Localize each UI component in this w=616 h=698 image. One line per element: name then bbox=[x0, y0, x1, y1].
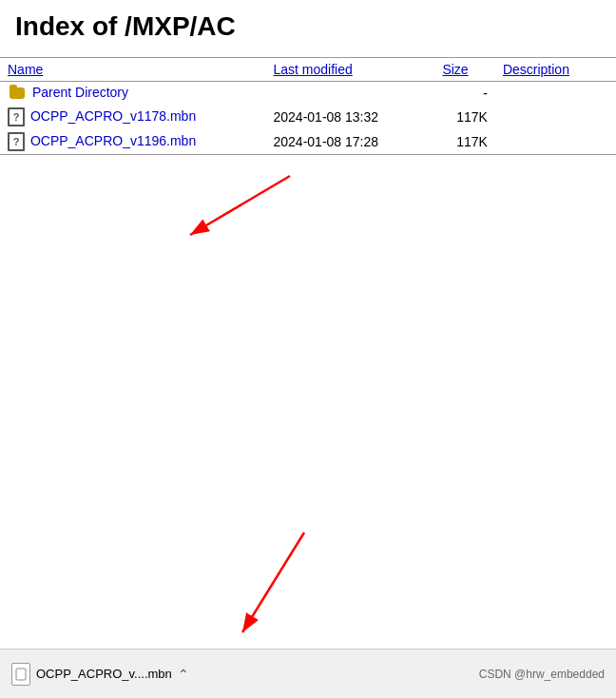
size-cell: 117K bbox=[434, 105, 495, 129]
modified-cell bbox=[266, 82, 435, 106]
file-link-1178[interactable]: OCPP_ACPRO_v1178.mbn bbox=[30, 108, 196, 124]
page-title: Index of /MXP/AC bbox=[15, 11, 601, 42]
download-item: OCPP_ACPRO_v....mbn ⌃ bbox=[11, 663, 189, 686]
svg-line-1 bbox=[190, 176, 290, 235]
file-icon bbox=[8, 107, 25, 126]
annotation-arrow-1 bbox=[143, 166, 295, 262]
folder-icon bbox=[8, 85, 27, 102]
col-name-link[interactable]: Name bbox=[8, 62, 43, 77]
col-size-link[interactable]: Size bbox=[442, 62, 468, 77]
modified-cell: 2024-01-08 17:28 bbox=[266, 129, 435, 155]
download-filename: OCPP_ACPRO_v....mbn bbox=[36, 667, 172, 681]
watermark-text: CSDN @hrw_embedded bbox=[479, 668, 605, 681]
modified-cell: 2024-01-08 13:32 bbox=[266, 105, 435, 129]
table-row: Parent Directory - bbox=[0, 82, 616, 106]
desc-cell bbox=[495, 129, 616, 155]
parent-dir-link[interactable]: Parent Directory bbox=[32, 85, 128, 100]
bottom-bar: OCPP_ACPRO_v....mbn ⌃ CSDN @hrw_embedded bbox=[0, 649, 616, 698]
size-cell: - bbox=[434, 82, 495, 106]
table-row: OCPP_ACPRO_v1178.mbn 2024-01-08 13:32 11… bbox=[0, 105, 616, 129]
desc-cell bbox=[495, 105, 616, 129]
svg-rect-4 bbox=[16, 669, 26, 680]
annotation-arrow-2 bbox=[190, 528, 342, 651]
size-cell: 117K bbox=[434, 129, 495, 155]
desc-cell bbox=[495, 82, 616, 106]
page-header: Index of /MXP/AC Name Last modified Size… bbox=[0, 0, 616, 155]
file-table: Name Last modified Size Description Pare… bbox=[0, 57, 616, 155]
download-file-icon bbox=[11, 663, 30, 686]
table-row: OCPP_ACPRO_v1196.mbn 2024-01-08 17:28 11… bbox=[0, 129, 616, 155]
file-icon bbox=[8, 132, 25, 151]
col-desc-link[interactable]: Description bbox=[503, 62, 569, 77]
col-modified-link[interactable]: Last modified bbox=[274, 62, 353, 77]
svg-line-3 bbox=[242, 533, 304, 632]
download-chevron-icon[interactable]: ⌃ bbox=[178, 667, 189, 682]
file-link-1196[interactable]: OCPP_ACPRO_v1196.mbn bbox=[30, 133, 196, 148]
